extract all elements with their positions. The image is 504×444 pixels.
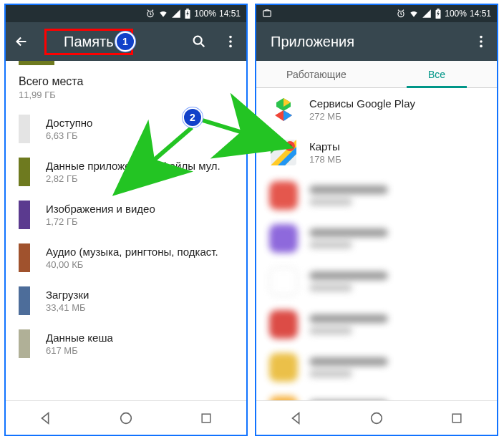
callout-2-label: 2	[190, 112, 195, 123]
arrow-to-app-data	[125, 127, 192, 185]
callout-2: 2	[183, 107, 203, 127]
arrow-to-maps	[203, 120, 278, 143]
arrows-overlay	[0, 0, 504, 444]
callout-1-label: 1	[122, 36, 128, 47]
callout-1: 1	[115, 32, 135, 52]
